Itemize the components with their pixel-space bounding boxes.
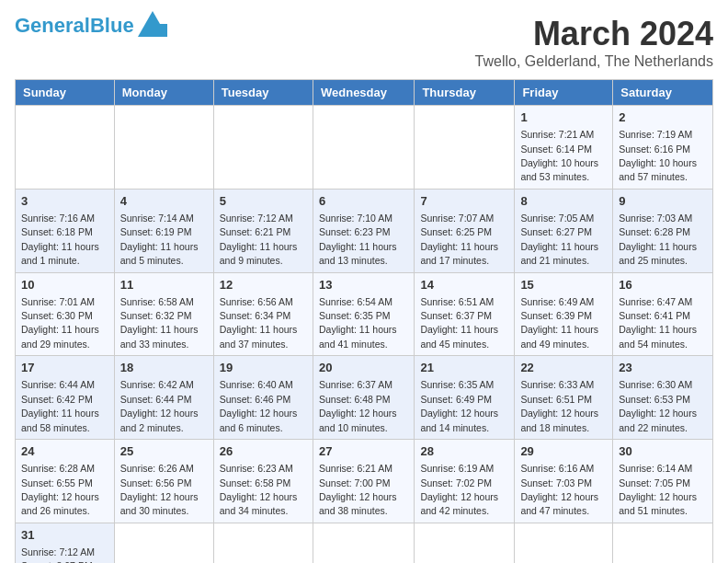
calendar-cell: 1Sunrise: 7:21 AM Sunset: 6:14 PM Daylig… <box>515 106 613 190</box>
day-number: 24 <box>21 443 108 460</box>
day-header-wednesday: Wednesday <box>313 80 414 106</box>
calendar-cell: 7Sunrise: 7:07 AM Sunset: 6:25 PM Daylig… <box>415 189 515 272</box>
calendar-cell <box>613 523 713 563</box>
calendar-cell: 24Sunrise: 6:28 AM Sunset: 6:55 PM Dayli… <box>16 440 115 523</box>
day-info: Sunrise: 6:44 AM Sunset: 6:42 PM Dayligh… <box>21 379 99 432</box>
day-info: Sunrise: 6:23 AM Sunset: 6:58 PM Dayligh… <box>220 463 298 516</box>
day-number: 14 <box>420 277 508 293</box>
calendar-cell: 18Sunrise: 6:42 AM Sunset: 6:44 PM Dayli… <box>114 356 213 440</box>
week-row-2: 10Sunrise: 7:01 AM Sunset: 6:30 PM Dayli… <box>16 272 713 356</box>
calendar-cell: 6Sunrise: 7:10 AM Sunset: 6:23 PM Daylig… <box>313 189 414 272</box>
calendar-cell <box>114 523 213 563</box>
logo-icon <box>138 11 167 37</box>
calendar-cell: 26Sunrise: 6:23 AM Sunset: 6:58 PM Dayli… <box>213 440 313 523</box>
month-title: March 2024 <box>475 15 713 53</box>
day-number: 5 <box>220 193 307 210</box>
calendar-cell: 20Sunrise: 6:37 AM Sunset: 6:48 PM Dayli… <box>313 356 414 440</box>
day-info: Sunrise: 7:12 AM Sunset: 6:21 PM Dayligh… <box>220 213 298 266</box>
calendar-cell: 29Sunrise: 6:16 AM Sunset: 7:03 PM Dayli… <box>515 440 613 523</box>
day-info: Sunrise: 6:35 AM Sunset: 6:49 PM Dayligh… <box>420 379 498 432</box>
day-number: 18 <box>120 360 208 376</box>
day-number: 16 <box>619 277 707 293</box>
calendar-cell: 8Sunrise: 7:05 AM Sunset: 6:27 PM Daylig… <box>515 189 613 272</box>
calendar-cell: 10Sunrise: 7:01 AM Sunset: 6:30 PM Dayli… <box>16 272 115 356</box>
calendar-cell: 19Sunrise: 6:40 AM Sunset: 6:46 PM Dayli… <box>213 356 313 440</box>
calendar-cell: 27Sunrise: 6:21 AM Sunset: 7:00 PM Dayli… <box>313 440 414 523</box>
day-number: 20 <box>319 360 408 376</box>
day-number: 6 <box>319 193 408 210</box>
day-number: 12 <box>220 277 307 293</box>
calendar-cell <box>415 106 515 190</box>
day-number: 7 <box>420 193 508 210</box>
day-header-friday: Friday <box>515 80 613 106</box>
svg-rect-1 <box>153 24 167 37</box>
week-row-0: 1Sunrise: 7:21 AM Sunset: 6:14 PM Daylig… <box>16 106 713 190</box>
day-info: Sunrise: 6:56 AM Sunset: 6:34 PM Dayligh… <box>220 296 298 350</box>
calendar-cell <box>313 106 414 190</box>
day-header-saturday: Saturday <box>613 80 713 106</box>
day-number: 1 <box>520 109 607 126</box>
day-info: Sunrise: 6:42 AM Sunset: 6:44 PM Dayligh… <box>120 379 199 432</box>
day-info: Sunrise: 7:12 AM Sunset: 8:07 PM Dayligh… <box>21 546 99 563</box>
location-title: Twello, Gelderland, The Netherlands <box>475 53 713 70</box>
day-number: 15 <box>520 277 607 293</box>
logo-general: General <box>15 14 90 37</box>
day-number: 2 <box>619 109 707 126</box>
day-info: Sunrise: 7:07 AM Sunset: 6:25 PM Dayligh… <box>420 213 498 266</box>
day-info: Sunrise: 6:28 AM Sunset: 6:55 PM Dayligh… <box>21 463 99 516</box>
calendar-cell: 2Sunrise: 7:19 AM Sunset: 6:16 PM Daylig… <box>613 106 713 190</box>
day-info: Sunrise: 6:54 AM Sunset: 6:35 PM Dayligh… <box>319 296 397 350</box>
day-info: Sunrise: 6:49 AM Sunset: 6:39 PM Dayligh… <box>520 296 598 350</box>
calendar-cell <box>16 106 115 190</box>
day-header-tuesday: Tuesday <box>213 80 313 106</box>
logo-line: GeneralBlue <box>15 15 167 37</box>
day-info: Sunrise: 6:33 AM Sunset: 6:51 PM Dayligh… <box>520 379 598 432</box>
day-info: Sunrise: 6:51 AM Sunset: 6:37 PM Dayligh… <box>420 296 498 350</box>
calendar-cell <box>213 523 313 563</box>
day-number: 26 <box>220 443 307 460</box>
day-number: 22 <box>520 360 607 376</box>
days-header-row: SundayMondayTuesdayWednesdayThursdayFrid… <box>16 80 713 106</box>
day-info: Sunrise: 6:47 AM Sunset: 6:41 PM Dayligh… <box>619 296 697 350</box>
calendar-cell: 22Sunrise: 6:33 AM Sunset: 6:51 PM Dayli… <box>515 356 613 440</box>
day-number: 30 <box>619 443 707 460</box>
calendar-cell: 16Sunrise: 6:47 AM Sunset: 6:41 PM Dayli… <box>613 272 713 356</box>
day-header-sunday: Sunday <box>16 80 115 106</box>
day-info: Sunrise: 6:58 AM Sunset: 6:32 PM Dayligh… <box>120 296 199 350</box>
day-info: Sunrise: 7:05 AM Sunset: 6:27 PM Dayligh… <box>520 213 598 266</box>
day-info: Sunrise: 7:19 AM Sunset: 6:16 PM Dayligh… <box>619 129 697 182</box>
day-info: Sunrise: 6:21 AM Sunset: 7:00 PM Dayligh… <box>319 463 397 516</box>
day-number: 23 <box>619 360 707 376</box>
header: GeneralBlue March 2024 Twello, Gelderlan… <box>15 15 713 70</box>
day-number: 21 <box>420 360 508 376</box>
day-number: 4 <box>120 193 208 210</box>
day-number: 9 <box>619 193 707 210</box>
calendar-cell <box>313 523 414 563</box>
day-info: Sunrise: 6:16 AM Sunset: 7:03 PM Dayligh… <box>520 463 598 516</box>
week-row-1: 3Sunrise: 7:16 AM Sunset: 6:18 PM Daylig… <box>16 189 713 272</box>
day-info: Sunrise: 6:40 AM Sunset: 6:46 PM Dayligh… <box>220 379 298 432</box>
day-info: Sunrise: 6:30 AM Sunset: 6:53 PM Dayligh… <box>619 379 697 432</box>
day-number: 3 <box>21 193 108 210</box>
day-number: 27 <box>319 443 408 460</box>
calendar-cell: 30Sunrise: 6:14 AM Sunset: 7:05 PM Dayli… <box>613 440 713 523</box>
week-row-3: 17Sunrise: 6:44 AM Sunset: 6:42 PM Dayli… <box>16 356 713 440</box>
calendar-cell: 17Sunrise: 6:44 AM Sunset: 6:42 PM Dayli… <box>16 356 115 440</box>
calendar-cell: 11Sunrise: 6:58 AM Sunset: 6:32 PM Dayli… <box>114 272 213 356</box>
calendar-table: SundayMondayTuesdayWednesdayThursdayFrid… <box>15 79 713 563</box>
day-number: 10 <box>21 277 108 293</box>
calendar-cell: 9Sunrise: 7:03 AM Sunset: 6:28 PM Daylig… <box>613 189 713 272</box>
calendar-cell <box>415 523 515 563</box>
calendar-cell <box>213 106 313 190</box>
day-info: Sunrise: 6:37 AM Sunset: 6:48 PM Dayligh… <box>319 379 397 432</box>
day-info: Sunrise: 6:14 AM Sunset: 7:05 PM Dayligh… <box>619 463 697 516</box>
day-info: Sunrise: 6:19 AM Sunset: 7:02 PM Dayligh… <box>420 463 498 516</box>
calendar-cell: 13Sunrise: 6:54 AM Sunset: 6:35 PM Dayli… <box>313 272 414 356</box>
day-number: 8 <box>520 193 607 210</box>
day-header-thursday: Thursday <box>415 80 515 106</box>
calendar-cell: 23Sunrise: 6:30 AM Sunset: 6:53 PM Dayli… <box>613 356 713 440</box>
calendar-cell <box>515 523 613 563</box>
day-number: 25 <box>120 443 208 460</box>
day-header-monday: Monday <box>114 80 213 106</box>
day-number: 19 <box>220 360 307 376</box>
